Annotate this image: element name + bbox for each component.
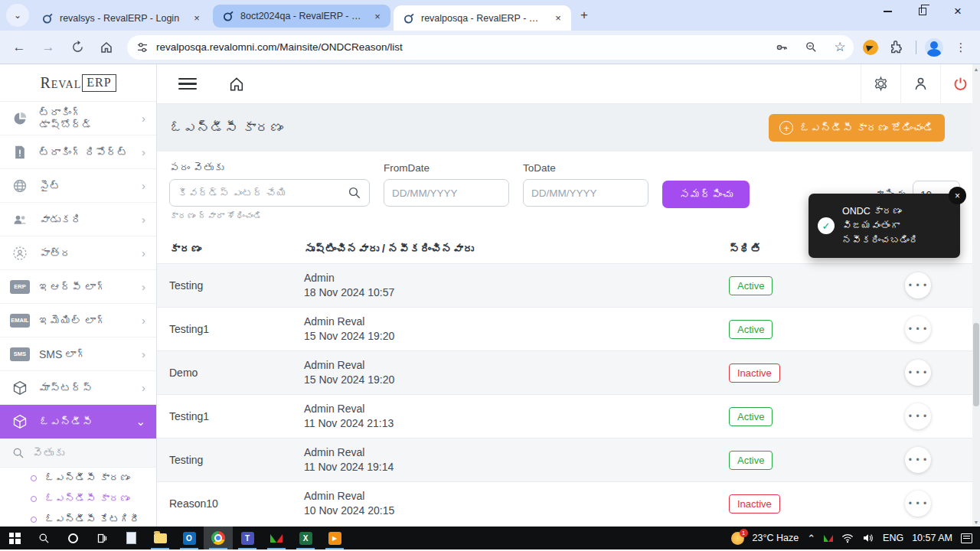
play-icon: ▶ — [328, 532, 341, 545]
sidebar-item-user[interactable]: వాడుకరి › — [0, 203, 156, 236]
sidebar-item-email-log[interactable]: EMAIL ఇమెయిల్ లాగ్ › — [0, 304, 156, 337]
weather-icon[interactable]: 1 — [731, 532, 744, 545]
submenu-item-ondc-reason-2[interactable]: ఓఎన్‌డీసీ కారణం — [0, 488, 156, 509]
speaker-icon[interactable] — [862, 533, 874, 543]
site-settings-icon[interactable] — [136, 41, 149, 54]
outlook-button[interactable]: O — [175, 527, 204, 549]
page-scrollbar[interactable]: ▲ ▼ — [972, 64, 980, 527]
svn-app-button[interactable] — [262, 527, 291, 549]
toolbar-divider — [916, 41, 916, 54]
sidebar-item-sms-log[interactable]: SMS SMS లాగ్ › — [0, 337, 156, 371]
sidebar-item-ondc[interactable]: ఓఎన్‌డీసీ ⌄ — [0, 405, 156, 439]
wifi-icon[interactable] — [841, 533, 854, 543]
zoom-out-icon[interactable] — [800, 37, 822, 58]
tab-close-icon[interactable]: × — [551, 11, 565, 25]
add-ondc-reason-button[interactable]: + ఓఎన్‌డీసీ కారణం జోడించండి — [769, 114, 945, 142]
chevron-right-icon: › — [142, 112, 145, 125]
search-icon[interactable] — [348, 186, 361, 200]
bookmark-star-icon[interactable]: ☆ — [829, 37, 851, 58]
chrome-button[interactable] — [204, 527, 233, 549]
sidebar: Reval ERP ట్రాకింగ్ డాష్‌బోర్డ్ › ట్రాకి… — [0, 64, 157, 527]
from-date-input[interactable] — [392, 187, 528, 199]
hidden-icons-chevron[interactable]: ⌃ — [807, 533, 815, 544]
sms-badge-icon: SMS — [10, 347, 30, 361]
sidebar-item-erp-log[interactable]: ERP ఇఆర్పీ లాగ్ › — [0, 270, 156, 304]
minimize-button[interactable] — [870, 0, 905, 23]
home-button[interactable] — [95, 36, 118, 59]
profile-button[interactable] — [900, 64, 940, 104]
submenu-search[interactable]: వెతుకు — [0, 439, 156, 468]
scroll-up-icon[interactable]: ▲ — [972, 64, 980, 73]
window-close-button[interactable]: × — [940, 0, 975, 23]
tab-close-icon[interactable]: × — [190, 11, 204, 25]
chevron-right-icon: › — [142, 381, 145, 394]
submenu-item-ondc-category[interactable]: ఓఎన్‌డీసీ కేటగిరీ — [0, 509, 156, 527]
row-reason: Testing — [169, 279, 304, 292]
submenu-item-ondc-reason-1[interactable]: ఓఎన్‌డీసీ కారణం — [0, 468, 156, 488]
keyword-search-input[interactable] — [178, 187, 341, 199]
main-area: ఓఎన్‌డీసీ కారణం + ఓఎన్‌డీసీ కారణం జోడించ… — [157, 64, 980, 527]
browser-tab-1[interactable]: revalsys - RevalERP - Login × — [32, 5, 210, 31]
weather-text[interactable]: 23°C Haze — [753, 533, 799, 543]
submit-button[interactable]: సమర్పించు — [662, 181, 750, 208]
row-actions-button[interactable]: • • • — [905, 316, 931, 342]
sidebar-item-role[interactable]: పాత్ర › — [0, 236, 156, 270]
notepad-button[interactable] — [116, 527, 145, 549]
url-text[interactable]: revalposqa.revalomni.com/Mainsite/ONDCRe… — [156, 41, 763, 53]
tab-search-button[interactable]: ⌄ — [6, 4, 29, 27]
chevron-down-icon: ⌄ — [14, 10, 21, 21]
window-controls: × — [870, 0, 975, 23]
bullet-icon — [31, 496, 37, 502]
forward-button[interactable]: → — [37, 36, 60, 59]
app-home-button[interactable] — [217, 64, 256, 104]
reload-button[interactable] — [66, 36, 89, 59]
settings-gear-button[interactable] — [861, 64, 900, 104]
chevron-right-icon: › — [142, 347, 145, 360]
sidebar-item-tracking-report[interactable]: ట్రాకింగ్ రిపోర్ట్ › — [0, 135, 156, 169]
hamburger-menu-icon[interactable] — [178, 78, 197, 90]
extension-avast-icon[interactable] — [863, 40, 878, 55]
users-icon — [11, 210, 29, 229]
language-indicator[interactable]: ENG — [883, 533, 903, 543]
toast-close-button[interactable]: × — [949, 187, 966, 204]
cortana-button[interactable] — [58, 527, 87, 549]
taskbar-search-button[interactable] — [29, 527, 58, 549]
file-explorer-button[interactable] — [145, 527, 175, 549]
browser-tab-2[interactable]: 8oct2024qa - RevalERP - Return × — [213, 5, 390, 28]
row-author: Admin Reval — [304, 489, 729, 504]
password-manager-icon[interactable] — [771, 37, 792, 58]
start-button[interactable] — [0, 527, 29, 549]
sidebar-item-tracking-dashboard[interactable]: ట్రాకింగ్ డాష్‌బోర్డ్ › — [0, 102, 156, 135]
browser-tab-3-active[interactable]: revalposqa - RevalERP - Modify × — [394, 5, 571, 31]
sidebar-item-site[interactable]: సైట్ › — [0, 169, 156, 203]
browser-menu-icon[interactable]: ⋮ — [949, 36, 972, 59]
new-tab-button[interactable]: + — [574, 5, 594, 25]
excel-button[interactable]: X — [291, 527, 320, 549]
teams-button[interactable]: T — [233, 527, 262, 549]
action-center-icon[interactable] — [961, 533, 972, 543]
role-icon — [11, 244, 29, 262]
back-button[interactable]: ← — [8, 36, 31, 59]
sidebar-item-masters[interactable]: మాస్టర్స్ › — [0, 371, 156, 405]
globe-icon — [11, 177, 29, 195]
to-date-input[interactable] — [531, 187, 667, 199]
row-actions-button[interactable]: • • • — [905, 360, 931, 386]
profile-avatar[interactable] — [925, 38, 943, 57]
row-actions-button[interactable]: • • • — [905, 447, 931, 473]
tab-close-icon[interactable]: × — [371, 9, 384, 23]
row-actions-button[interactable]: • • • — [905, 272, 931, 298]
scrollbar-thumb[interactable] — [973, 323, 979, 406]
address-bar[interactable]: revalposqa.revalomni.com/Mainsite/ONDCRe… — [127, 35, 854, 60]
home-icon — [100, 41, 113, 54]
revalsys-favicon — [222, 10, 234, 22]
task-view-button[interactable] — [87, 527, 116, 549]
tray-triangle-icon[interactable] — [824, 535, 833, 542]
extensions-puzzle-icon[interactable] — [884, 36, 907, 59]
row-actions-button[interactable]: • • • — [905, 403, 931, 429]
media-player-button[interactable]: ▶ — [320, 527, 349, 549]
restore-button[interactable] — [905, 0, 940, 23]
clock[interactable]: 10:57 AM — [912, 533, 952, 543]
row-actions-button[interactable]: • • • — [905, 491, 931, 517]
submenu-item-label: ఓఎన్‌డీసీ కారణం — [44, 493, 130, 504]
scroll-down-icon[interactable]: ▼ — [972, 517, 980, 527]
